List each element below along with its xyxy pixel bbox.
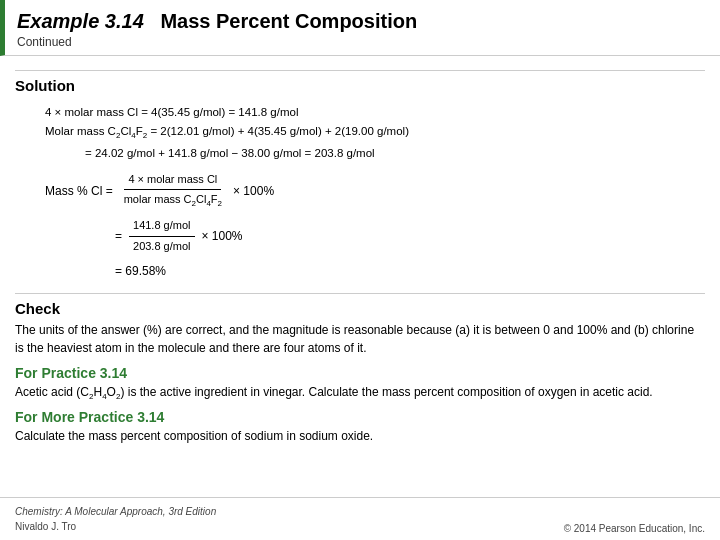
- fraction-2-bottom: 203.8 g/mol: [129, 237, 194, 256]
- fraction-1: 4 × molar mass Cl molar mass C2Cl4F2: [120, 171, 226, 212]
- divider-check: [15, 293, 705, 294]
- example-label: Example 3.14: [17, 10, 144, 32]
- fraction-1-bottom: molar mass C2Cl4F2: [120, 190, 226, 211]
- practice-text: Acetic acid (C2H4O2) is the active ingre…: [15, 383, 705, 403]
- page-main-title: Mass Percent Composition: [160, 10, 417, 32]
- more-practice-section: For More Practice 3.14 Calculate the mas…: [15, 409, 705, 445]
- check-text: The units of the answer (%) are correct,…: [15, 321, 705, 357]
- fraction-2: 141.8 g/mol 203.8 g/mol: [129, 217, 194, 255]
- main-content: Solution 4 × molar mass Cl = 4(35.45 g/m…: [0, 56, 720, 497]
- footer-left: Chemistry: A Molecular Approach, 3rd Edi…: [15, 504, 216, 534]
- math-line-2: Molar mass C2Cl4F2 = 2(12.01 g/mol) + 4(…: [45, 122, 705, 143]
- practice-section: For Practice 3.14 Acetic acid (C2H4O2) i…: [15, 365, 705, 403]
- footer: Chemistry: A Molecular Approach, 3rd Edi…: [0, 497, 720, 540]
- mass-percent-line-2: = 141.8 g/mol 203.8 g/mol × 100%: [115, 217, 705, 255]
- check-section: Check The units of the answer (%) are co…: [15, 300, 705, 357]
- fraction-2-top: 141.8 g/mol: [129, 217, 194, 237]
- more-practice-title: For More Practice 3.14: [15, 409, 705, 425]
- mass-percent-result: = 69.58%: [115, 262, 705, 281]
- page-subtitle: Continued: [17, 35, 705, 49]
- practice-title: For Practice 3.14: [15, 365, 705, 381]
- math-line-3: = 24.02 g/mol + 141.8 g/mol − 38.00 g/mo…: [45, 144, 705, 162]
- math-line-1: 4 × molar mass Cl = 4(35.45 g/mol) = 141…: [45, 103, 705, 121]
- more-practice-text: Calculate the mass percent composition o…: [15, 427, 705, 445]
- header: Example 3.14 Mass Percent Composition Co…: [0, 0, 720, 56]
- footer-copyright: © 2014 Pearson Education, Inc.: [564, 523, 705, 534]
- math-area: 4 × molar mass Cl = 4(35.45 g/mol) = 141…: [15, 98, 705, 285]
- page-title: Example 3.14 Mass Percent Composition: [17, 10, 705, 33]
- page: Example 3.14 Mass Percent Composition Co…: [0, 0, 720, 540]
- check-title: Check: [15, 300, 705, 317]
- divider-top: [15, 70, 705, 71]
- book-title: Chemistry: A Molecular Approach, 3rd Edi…: [15, 504, 216, 519]
- author-name: Nivaldo J. Tro: [15, 519, 216, 534]
- fraction-1-top: 4 × molar mass Cl: [124, 171, 221, 191]
- solution-title: Solution: [15, 77, 705, 94]
- mass-percent-line-1: Mass % Cl = 4 × molar mass Cl molar mass…: [45, 171, 705, 212]
- solution-section: Solution 4 × molar mass Cl = 4(35.45 g/m…: [15, 77, 705, 285]
